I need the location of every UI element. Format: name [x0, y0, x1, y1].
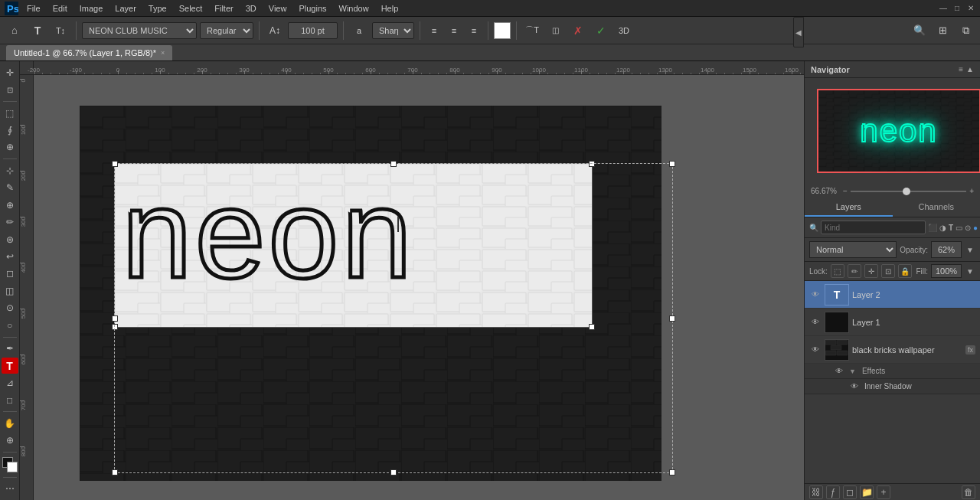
warp-text-icon[interactable]: ⌒T — [522, 21, 542, 41]
path-tool[interactable]: ⊿ — [2, 374, 18, 391]
layers-search-input[interactable] — [821, 221, 926, 234]
lock-transparent-btn[interactable]: ⬚ — [831, 264, 844, 278]
pen-tool[interactable]: ✒ — [2, 340, 18, 356]
navigator-collapse-btn[interactable]: ▲ — [966, 65, 974, 74]
font-size-input[interactable] — [288, 22, 338, 39]
arrange-btn[interactable]: ⧉ — [956, 21, 975, 41]
align-right-btn[interactable]: ≡ — [466, 22, 482, 39]
font-family-select[interactable]: NEON CLUB MUSIC — [82, 22, 197, 39]
more-tools[interactable]: ⋯ — [2, 480, 18, 496]
layer-item-1[interactable]: 👁 Layer 1 — [805, 309, 980, 336]
lasso-tool[interactable]: ∮ — [2, 122, 18, 138]
filter-on-btn[interactable]: ● — [973, 221, 978, 234]
move-tool[interactable]: ✛ — [2, 64, 18, 80]
home-icon[interactable]: ⌂ — [5, 21, 24, 41]
text-tool[interactable]: T — [2, 358, 18, 374]
quick-select-tool[interactable]: ⊕ — [2, 139, 18, 155]
shape-tool[interactable]: □ — [2, 392, 18, 408]
menu-layer[interactable]: Layer — [109, 2, 142, 15]
menu-file[interactable]: File — [21, 2, 46, 15]
navigator-preview[interactable]: neon — [817, 89, 980, 173]
canvas-viewport[interactable]: neon — [34, 75, 804, 500]
menu-help[interactable]: Help — [376, 2, 404, 15]
window-close[interactable]: ✕ — [965, 2, 977, 15]
panel-collapse-btn[interactable]: ◀ — [793, 17, 804, 47]
font-style-select[interactable]: Regular — [200, 22, 253, 39]
search-btn[interactable]: 🔍 — [910, 21, 929, 41]
menu-select[interactable]: Select — [174, 2, 208, 15]
brush-tool[interactable]: ✏ — [2, 214, 18, 230]
navigator-options-btn[interactable]: ≡ — [959, 65, 963, 74]
new-group-btn[interactable]: 📁 — [860, 485, 874, 499]
lock-artboard-btn[interactable]: ⊡ — [881, 264, 895, 278]
zoom-tool[interactable]: ⊕ — [2, 433, 18, 449]
fill-input[interactable] — [931, 264, 962, 278]
layer-1-eye[interactable]: 👁 — [809, 316, 822, 328]
canvas-area[interactable]: -200-10001002003004005006007008009001000… — [20, 61, 804, 500]
window-maximize[interactable]: □ — [951, 2, 963, 15]
bricks-eye[interactable]: 👁 — [809, 344, 822, 356]
layer-item-2[interactable]: 👁 T Layer 2 — [805, 281, 980, 309]
lock-image-btn[interactable]: ✏ — [848, 264, 861, 278]
zoom-plus[interactable]: + — [969, 187, 974, 195]
delete-layer-btn[interactable]: 🗑 — [962, 485, 975, 499]
text-color-swatch[interactable] — [494, 22, 511, 39]
gradient-tool[interactable]: ◫ — [2, 283, 18, 299]
align-center-btn[interactable]: ≡ — [446, 22, 462, 39]
menu-view[interactable]: View — [263, 2, 292, 15]
lock-position-btn[interactable]: ✛ — [864, 264, 878, 278]
blur-tool[interactable]: ⊙ — [2, 300, 18, 316]
filter-smart-btn[interactable]: ⊙ — [965, 221, 971, 234]
tab-channels[interactable]: Channels — [893, 198, 981, 217]
zoom-minus[interactable]: − — [843, 187, 848, 195]
history-tool[interactable]: ↩ — [2, 248, 18, 264]
blend-mode-select[interactable]: Normal — [809, 241, 897, 258]
hand-tool[interactable]: ✋ — [2, 415, 18, 431]
filter-adj-btn[interactable]: ◑ — [939, 221, 946, 234]
effects-eye[interactable]: 👁 — [835, 367, 843, 375]
align-left-btn[interactable]: ≡ — [426, 22, 443, 39]
dodge-tool[interactable]: ○ — [2, 317, 18, 333]
link-layers-btn[interactable]: ⛓ — [809, 485, 823, 499]
foreground-background-colors[interactable] — [2, 457, 18, 472]
filter-shape-btn[interactable]: ▭ — [956, 221, 962, 234]
eyedropper-tool[interactable]: ✎ — [2, 180, 18, 196]
inner-shadow-item[interactable]: 👁 Inner Shadow — [805, 379, 980, 394]
effects-arrow[interactable]: ▼ — [849, 368, 856, 375]
menu-type[interactable]: Type — [143, 2, 172, 15]
opacity-input[interactable] — [931, 241, 962, 258]
menu-edit[interactable]: Edit — [47, 2, 73, 15]
artboard-tool[interactable]: ⊡ — [2, 81, 18, 97]
3d-btn[interactable]: 3D — [614, 21, 634, 41]
heal-tool[interactable]: ⊕ — [2, 197, 18, 213]
inner-shadow-eye[interactable]: 👁 — [851, 382, 858, 391]
menu-filter[interactable]: Filter — [209, 2, 238, 15]
add-style-btn[interactable]: ƒ — [826, 485, 840, 499]
layer-item-bricks[interactable]: 👁 black bricks wallpaper fx — [805, 336, 980, 364]
menu-plugins[interactable]: Plugins — [293, 2, 332, 15]
text-tool-icon[interactable]: T — [28, 21, 47, 41]
zoom-slider[interactable] — [851, 191, 966, 192]
tab-layers[interactable]: Layers — [805, 198, 893, 217]
window-minimize[interactable]: — — [937, 2, 949, 15]
fill-arrow[interactable]: ▼ — [965, 266, 975, 276]
crop-tool[interactable]: ⊹ — [2, 162, 18, 178]
filter-type-btn[interactable]: T — [949, 221, 953, 234]
add-mask-btn[interactable]: ◻ — [843, 485, 857, 499]
workspace-btn[interactable]: ⊞ — [933, 21, 952, 41]
opacity-arrow[interactable]: ▼ — [965, 244, 975, 255]
clone-tool[interactable]: ⊛ — [2, 231, 18, 247]
lock-all-btn[interactable]: 🔒 — [898, 264, 912, 278]
text-orientation-icon[interactable]: T↕ — [51, 21, 70, 41]
new-layer-btn[interactable]: + — [877, 485, 890, 499]
menu-3d[interactable]: 3D — [240, 2, 262, 15]
antialiasing-select[interactable]: Sharp — [372, 22, 414, 39]
marquee-tool[interactable]: ⬚ — [2, 105, 18, 121]
commit-edit-btn[interactable]: ✓ — [591, 21, 611, 41]
char-panel-icon[interactable]: ◫ — [545, 21, 565, 41]
document-tab[interactable]: Untitled-1 @ 66.7% (Layer 1, RGB/8)* × — [6, 45, 172, 60]
eraser-tool[interactable]: ◻ — [2, 266, 18, 282]
bricks-fx-badge[interactable]: fx — [965, 345, 975, 355]
menu-window[interactable]: Window — [334, 2, 374, 15]
menu-image[interactable]: Image — [74, 2, 109, 15]
